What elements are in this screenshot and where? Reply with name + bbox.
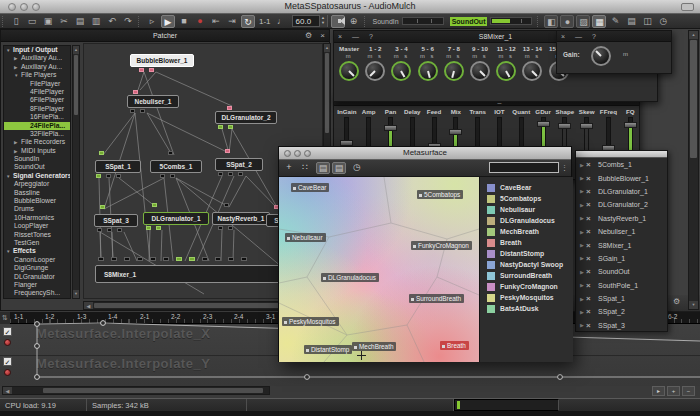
- automation-point[interactable]: [35, 375, 40, 380]
- gain-knob[interactable]: [591, 46, 611, 66]
- region-label[interactable]: MechBreath: [352, 342, 396, 351]
- node-output-ports[interactable]: [139, 68, 154, 72]
- tree-expander-icon[interactable]: [6, 173, 13, 181]
- snapshot-item[interactable]: BatsAtDusk: [480, 303, 573, 314]
- snapshot-item[interactable]: SurroundBreath: [480, 270, 573, 281]
- tree-expander-icon[interactable]: [6, 47, 13, 55]
- stop-button[interactable]: ■: [177, 15, 191, 28]
- patcher-node[interactable]: NastyReverb_1: [212, 212, 270, 225]
- edit-icon[interactable]: ✎: [608, 15, 622, 28]
- tree-scrollbar[interactable]: ▲▼: [72, 45, 80, 299]
- mute-solo-buttons[interactable]: m: [336, 53, 362, 60]
- remove-icon[interactable]: ×: [586, 200, 598, 209]
- automation-point[interactable]: [35, 344, 40, 349]
- tree-item[interactable]: LoopPlayer: [4, 222, 70, 230]
- tree-item[interactable]: 32FilePla...: [4, 130, 70, 138]
- node-input-ports[interactable]: [133, 90, 138, 94]
- tree-item[interactable]: MIDI Inputs: [4, 147, 70, 155]
- node-output-ports[interactable]: [218, 125, 233, 129]
- properties-icon[interactable]: ▤: [624, 15, 638, 28]
- network-icon[interactable]: ⊕: [347, 15, 361, 28]
- remove-icon[interactable]: ×: [586, 187, 598, 196]
- tree-expander-icon[interactable]: [14, 72, 21, 80]
- metasurface-view-icon[interactable]: ▦: [592, 15, 606, 28]
- tree-item[interactable]: LiveLooper: [4, 298, 70, 299]
- parameter-row[interactable]: ▶ × S8Mixer_1: [576, 238, 667, 251]
- speaker-button[interactable]: [331, 15, 345, 28]
- node-output-ports[interactable]: [96, 174, 121, 178]
- patcher-node[interactable]: SSpat_3: [94, 214, 138, 227]
- tree-item[interactable]: Arpeggiator: [4, 180, 70, 188]
- snapshot-item[interactable]: DLGranuladocus: [480, 215, 573, 226]
- expander-icon[interactable]: ▶: [576, 229, 586, 235]
- list-view-icon[interactable]: ▤: [316, 162, 330, 174]
- mute-solo-buttons[interactable]: m s: [388, 53, 414, 60]
- tree-item[interactable]: CanonLooper: [4, 256, 70, 264]
- titlebar-widget-icon[interactable]: [681, 3, 694, 11]
- remove-icon[interactable]: ×: [586, 241, 598, 250]
- expander-icon[interactable]: ▶: [576, 309, 586, 315]
- tree-item[interactable]: DigiGrunge: [4, 264, 70, 272]
- contents-view-icon[interactable]: ▨: [576, 15, 590, 28]
- open-file-icon[interactable]: ▭: [25, 15, 39, 28]
- metasurface-canvas[interactable]: CaveBear 5Combatops Nebulisaur FunkyCroM…: [279, 177, 479, 362]
- tree-item[interactable]: DLGranulator: [4, 273, 70, 281]
- patcher-node[interactable]: BubbleBlower_1: [130, 54, 194, 67]
- expander-icon[interactable]: ▶: [576, 322, 586, 328]
- automation-point[interactable]: [305, 375, 310, 380]
- channel-gain-knob[interactable]: [470, 61, 490, 81]
- gain-header[interactable]: × — ?: [557, 31, 671, 42]
- mute-solo-buttons[interactable]: m s: [415, 53, 441, 60]
- expander-icon[interactable]: ▶: [576, 296, 586, 302]
- patcher-close-icon[interactable]: ×: [320, 31, 325, 40]
- tree-item[interactable]: SoundOut: [4, 163, 70, 171]
- parameter-row[interactable]: ▶ × SSpat_2: [576, 305, 667, 318]
- snapshot-icon[interactable]: ◫: [640, 15, 654, 28]
- toolbar-grip[interactable]: [2, 16, 6, 27]
- snapshot-search-input[interactable]: [489, 162, 559, 173]
- snapshot-item[interactable]: Nebulisaur: [480, 204, 573, 215]
- tree-item[interactable]: 16FilePla...: [4, 113, 70, 121]
- tree-item[interactable]: Input / Output: [4, 46, 70, 54]
- tree-item[interactable]: 8FilePlayer: [4, 105, 70, 113]
- mute-solo-buttons[interactable]: m s: [493, 53, 519, 60]
- mute-solo-buttons[interactable]: m s: [519, 53, 545, 60]
- region-label[interactable]: PeskyMosquitos: [282, 317, 339, 326]
- region-label[interactable]: Nebulisaur: [285, 233, 326, 242]
- patcher-header[interactable]: Patcher ⚙ ×: [1, 30, 329, 42]
- node-output-ports[interactable]: [146, 226, 161, 230]
- tree-item[interactable]: Bassline: [4, 189, 70, 197]
- mute-solo-buttons[interactable]: m s: [467, 53, 493, 60]
- play-button[interactable]: ▶: [161, 15, 175, 28]
- snapshot-item[interactable]: DistantStomp: [480, 248, 573, 259]
- tree-item[interactable]: Auxiliary Au...: [4, 63, 70, 71]
- remove-icon[interactable]: ×: [586, 214, 598, 223]
- node-input-ports[interactable]: [225, 149, 230, 153]
- undo-icon[interactable]: ↶: [105, 15, 119, 28]
- patcher-view-icon[interactable]: ◧: [544, 15, 558, 28]
- slider-handle[interactable]: [558, 123, 571, 129]
- rewind-button[interactable]: ⇤: [209, 15, 223, 28]
- patcher-node[interactable]: DLGranulator_2: [215, 111, 277, 124]
- tree-item[interactable]: 10Harmonics: [4, 214, 70, 222]
- snapshot-item[interactable]: PeskyMosquitos: [480, 292, 573, 303]
- node-output-ports[interactable]: [218, 172, 243, 176]
- expander-icon[interactable]: ▶: [576, 162, 586, 168]
- parameter-row[interactable]: ▶ × DLGranulator_2: [576, 198, 667, 211]
- patcher-node[interactable]: DLGranulator_1: [143, 212, 209, 225]
- forward-button[interactable]: ⇥: [225, 15, 239, 28]
- channel-gain-knob[interactable]: [391, 61, 411, 81]
- zoom-in-icon[interactable]: +: [667, 386, 680, 396]
- expander-icon[interactable]: ▶: [576, 282, 586, 288]
- document-scrollbar[interactable]: ▲▼: [688, 30, 699, 310]
- tree-item[interactable]: SoundIn: [4, 155, 70, 163]
- mixer-header-buttons[interactable]: × — ?: [338, 31, 377, 43]
- channel-gain-knob[interactable]: [418, 61, 438, 81]
- region-label[interactable]: DLGranuladocus: [321, 273, 379, 282]
- mixer-input-ports[interactable]: [98, 257, 247, 261]
- patcher-node[interactable]: Nebuliser_1: [127, 95, 179, 108]
- new-file-icon[interactable]: ▯: [9, 15, 23, 28]
- channel-gain-knob[interactable]: [365, 61, 385, 81]
- channel-gain-knob[interactable]: [444, 61, 464, 81]
- automation-point[interactable]: [101, 321, 106, 326]
